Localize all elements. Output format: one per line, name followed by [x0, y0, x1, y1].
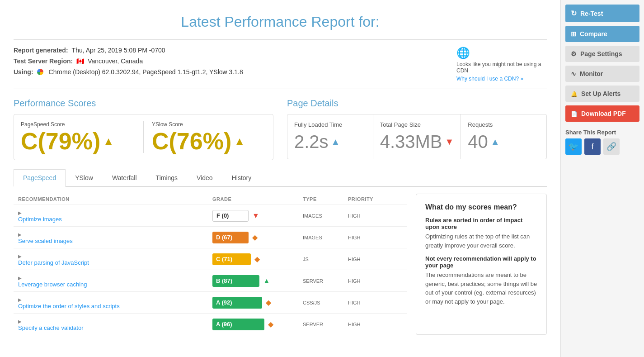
pagespeed-label: PageSpeed Score: [21, 121, 65, 128]
compare-button[interactable]: Compare: [565, 26, 639, 42]
page-title: Latest Performance Report for:: [14, 9, 547, 30]
columns-icon: [571, 30, 576, 38]
wave-icon: [571, 70, 576, 77]
recommendation-link[interactable]: Optimize the order of styles and scripts: [18, 303, 212, 309]
table-row: ▶ Optimize images F (0) ▼ IMAGES HIGH: [14, 205, 407, 226]
page-size-label: Total Page Size: [380, 121, 454, 128]
grade-icon: ◆: [268, 320, 273, 328]
grade-bar: D (67): [212, 232, 249, 243]
priority-value: HIGH: [348, 322, 402, 327]
page-size-card: Total Page Size 4.33MB ▼: [373, 114, 461, 159]
main-and-info: RECOMMENDATION GRADE TYPE PRIORITY ▶ Opt…: [14, 194, 547, 335]
grade-bar: B (87): [212, 275, 259, 287]
type-value: SERVER: [303, 278, 348, 284]
settings-button[interactable]: Page Settings: [565, 46, 639, 62]
sidebar: Re-Test Compare Page Settings Monitor Se…: [560, 0, 644, 357]
tabs-bar: PageSpeed YSlow Waterfall Timings Video …: [14, 169, 547, 187]
recommendations-table: RECOMMENDATION GRADE TYPE PRIORITY ▶ Opt…: [14, 194, 407, 335]
requests-label: Requests: [468, 121, 540, 128]
grade-icon: ◆: [254, 255, 260, 263]
table-row: ▶ Defer parsing of JavaScript C (71) ◆ J…: [14, 248, 407, 270]
priority-value: HIGH: [348, 213, 402, 219]
info-subtitle2: Not every recommendation will apply to y…: [425, 255, 537, 269]
pdf-label: Download PDF: [581, 110, 626, 117]
table-row: ▶ Optimize the order of styles and scrip…: [14, 291, 407, 313]
server-value: Vancouver, Canada: [88, 57, 143, 65]
pdf-icon: [571, 110, 578, 117]
row-chevron: ▶: [18, 276, 22, 281]
yslow-arrow: ▲: [234, 136, 245, 147]
pdf-button[interactable]: Download PDF: [565, 105, 639, 122]
priority-value: HIGH: [348, 278, 402, 284]
share-label: Share This Report: [565, 129, 639, 136]
tab-pagespeed[interactable]: PageSpeed: [14, 169, 66, 187]
recommendation-link[interactable]: Leverage browser caching: [18, 281, 212, 288]
col-recommendation: RECOMMENDATION: [18, 196, 212, 202]
grade-bar: F (0): [212, 210, 249, 222]
using-label: Using:: [14, 68, 33, 76]
requests-arrow: ▲: [491, 137, 500, 147]
tab-timings[interactable]: Timings: [146, 169, 188, 187]
monitor-button[interactable]: Monitor: [565, 66, 639, 82]
info-text2: The recommendations are meant to be gene…: [425, 271, 537, 306]
yslow-value: C(76%) ▲: [152, 129, 245, 153]
grade-bar: A (96): [212, 319, 264, 330]
yslow-label: YSlow Score: [152, 121, 183, 128]
priority-value: HIGH: [348, 235, 402, 240]
yslow-score-card: YSlow Score C(76%) ▲: [152, 121, 266, 153]
table-header: RECOMMENDATION GRADE TYPE PRIORITY: [14, 194, 407, 205]
gear-icon: [571, 50, 577, 57]
generated-label: Report generated:: [14, 47, 68, 54]
tab-yslow[interactable]: YSlow: [66, 169, 103, 187]
type-value: IMAGES: [303, 235, 348, 240]
alerts-button[interactable]: Set Up Alerts: [565, 86, 639, 102]
type-value: CSS/JS: [303, 300, 348, 305]
page-size-arrow: ▼: [445, 137, 454, 147]
cdn-text: Looks like you might not be using a CDN: [456, 61, 547, 74]
tab-waterfall[interactable]: Waterfall: [103, 169, 146, 187]
share-link-button[interactable]: 🔗: [603, 138, 620, 155]
grade-bar: C (71): [212, 253, 251, 265]
grade-icon: ◆: [252, 233, 258, 242]
globe-icon: 🌐: [456, 47, 470, 59]
tab-history[interactable]: History: [222, 169, 261, 187]
loaded-time-card: Fully Loaded Time 2.2s ▲: [287, 114, 373, 159]
col-priority: PRIORITY: [348, 196, 402, 202]
grade-bar: A (92): [212, 297, 262, 309]
server-flag: 🇨🇦: [76, 57, 84, 65]
cdn-link[interactable]: Why should I use a CDN? »: [456, 76, 523, 82]
type-value: IMAGES: [303, 213, 348, 219]
scores-info-box: What do my scores mean? Rules are sorted…: [416, 194, 547, 335]
pagespeed-score-card: PageSpeed Score C(79%) ▲: [21, 121, 135, 153]
recommendation-link[interactable]: Specify a cache validator: [18, 324, 212, 331]
score-divider: [143, 121, 144, 153]
info-text1: Optimizing rules at the top of the list …: [425, 232, 537, 250]
recommendation-link[interactable]: Optimize images: [18, 216, 212, 223]
row-chevron: ▶: [18, 210, 22, 215]
recommendation-link[interactable]: Serve scaled images: [18, 238, 212, 244]
performance-scores-title: Performance Scores: [14, 98, 273, 109]
refresh-icon: [571, 9, 577, 18]
type-value: SERVER: [303, 322, 348, 327]
server-label: Test Server Region:: [14, 57, 73, 65]
col-type: TYPE: [303, 196, 348, 202]
page-details-block: Page Details Fully Loaded Time 2.2s ▲ To…: [287, 98, 547, 160]
type-value: JS: [303, 257, 348, 262]
col-grade: GRADE: [212, 196, 303, 202]
share-twitter-button[interactable]: 🐦: [565, 138, 582, 155]
bell-icon: [571, 90, 578, 97]
score-cards: PageSpeed Score C(79%) ▲ YSlow Score C(7…: [14, 114, 273, 160]
performance-scores-block: Performance Scores PageSpeed Score C(79%…: [14, 98, 273, 160]
info-subtitle1: Rules are sorted in order of impact upon…: [425, 217, 537, 230]
table-row: ▶ Leverage browser caching B (87) ▲ SERV…: [14, 270, 407, 291]
page-details-title: Page Details: [287, 98, 547, 109]
priority-value: HIGH: [348, 257, 402, 262]
table-row: ▶ Serve scaled images D (67) ◆ IMAGES HI…: [14, 226, 407, 248]
recommendation-link[interactable]: Defer parsing of JavaScript: [18, 259, 212, 266]
loaded-time-arrow: ▲: [331, 137, 340, 147]
retest-button[interactable]: Re-Test: [565, 5, 639, 22]
monitor-label: Monitor: [580, 70, 603, 77]
share-facebook-button[interactable]: f: [584, 138, 601, 155]
loaded-time-label: Fully Loaded Time: [294, 121, 366, 128]
tab-video[interactable]: Video: [187, 169, 222, 187]
